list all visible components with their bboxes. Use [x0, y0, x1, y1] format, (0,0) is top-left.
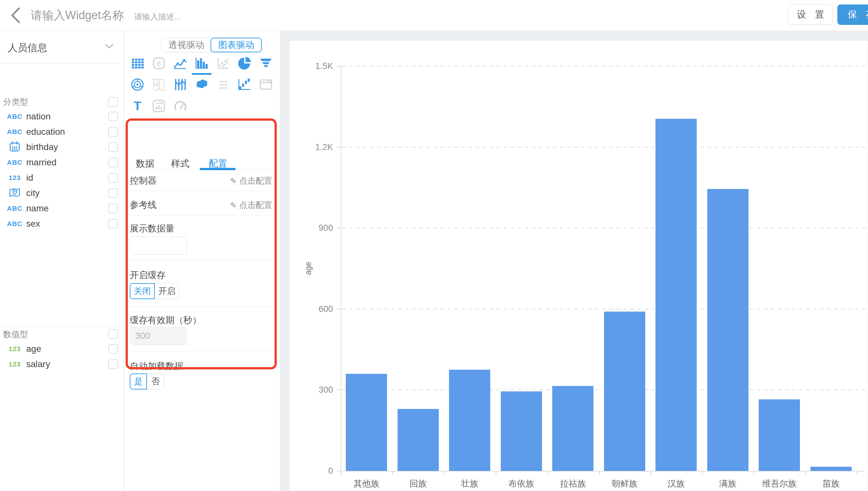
chart-type-scatter-icon[interactable]	[215, 55, 231, 71]
field-name: age	[26, 344, 41, 354]
field-row-sex[interactable]: ABCsex	[0, 216, 124, 231]
field-row-birthday[interactable]: birthday	[0, 140, 124, 155]
chart-type-radar-icon[interactable]	[130, 77, 145, 93]
panel-tabs: 数据样式配置	[124, 126, 280, 170]
group-checkbox[interactable]	[108, 97, 118, 107]
field-name: id	[26, 173, 33, 183]
selected-chart-underline	[192, 73, 212, 75]
field-row-salary[interactable]: 123salary	[0, 356, 124, 372]
x-axis-label: 汉族	[650, 478, 702, 489]
field-checkbox[interactable]	[108, 127, 118, 137]
bar-拉祜族	[552, 386, 594, 471]
y-axis-line	[341, 66, 341, 471]
field-name: name	[26, 203, 49, 213]
cache-toggle: 关闭开启	[130, 283, 180, 299]
chart-type-kpi-number-icon[interactable]: 8	[151, 55, 167, 71]
tab-数据[interactable]: 数据	[136, 156, 154, 171]
toggle-option-否[interactable]: 否	[147, 374, 164, 389]
field-checkbox[interactable]	[108, 359, 118, 369]
chart-type-split-table-icon[interactable]	[151, 77, 167, 93]
x-axis-tick	[496, 471, 496, 475]
field-checkbox[interactable]	[108, 344, 118, 354]
cache-ttl-input[interactable]	[130, 327, 187, 345]
toggle-option-是[interactable]: 是	[130, 374, 147, 389]
svg-text:T: T	[134, 99, 141, 113]
group-checkbox[interactable]	[108, 329, 118, 339]
chart-type-pie-icon[interactable]	[237, 55, 252, 71]
x-axis-line	[341, 471, 865, 471]
field-name: salary	[26, 359, 50, 369]
field-checkbox[interactable]	[108, 219, 118, 229]
chart-type-china-map-icon[interactable]	[194, 77, 210, 93]
chart-type-table-icon[interactable]	[130, 55, 145, 71]
x-axis-label: 朝鲜族	[599, 478, 651, 489]
bar-朝鲜族	[604, 312, 645, 471]
chart-type-funnel-icon[interactable]	[258, 55, 274, 71]
reference-line-configure-link[interactable]: ✎点击配置	[230, 200, 272, 211]
display-count-input[interactable]	[130, 236, 187, 255]
field-row-age[interactable]: 123age	[0, 341, 124, 356]
chart-type-bar-chart-icon[interactable]	[194, 55, 210, 71]
123-blue-icon: 123	[6, 174, 23, 182]
calendar-icon	[6, 141, 23, 153]
pencil-icon: ✎	[230, 201, 237, 209]
field-row-id[interactable]: 123id	[0, 170, 124, 185]
bar-汉族	[655, 119, 697, 471]
drive-mode-switch: 透视驱动 图表驱动	[161, 38, 262, 52]
123-green-icon: 123	[6, 345, 23, 353]
chart-type-waterfall-icon[interactable]	[237, 77, 252, 93]
reference-line-label: 参考线	[130, 199, 157, 211]
field-checkbox[interactable]	[108, 173, 118, 183]
field-row-name[interactable]: ABCname	[0, 201, 124, 216]
widget-description-input[interactable]: 请输入描述...	[134, 11, 181, 22]
bar-回族	[398, 409, 439, 471]
chart-type-text-icon[interactable]: T	[130, 98, 145, 114]
settings-button[interactable]: 设 置	[788, 4, 833, 25]
categorical-group-label: 分类型	[3, 96, 28, 108]
toggle-option-关闭[interactable]: 关闭	[130, 283, 155, 299]
field-row-nation[interactable]: ABCnation	[0, 109, 124, 124]
chart-type-rich-text-icon[interactable]	[151, 98, 167, 114]
chart-type-line-chart-icon[interactable]	[172, 55, 188, 71]
tab-样式[interactable]: 样式	[171, 156, 190, 171]
field-row-education[interactable]: ABCeducation	[0, 124, 124, 140]
chevron-down-icon	[105, 43, 114, 51]
field-group-header: 数值型	[0, 327, 124, 341]
chart-type-gauge-icon[interactable]	[172, 98, 188, 114]
field-sidebar: 人员信息 分类型ABCnationABCeducationbirthdayABC…	[0, 31, 124, 491]
pencil-icon: ✎	[230, 177, 237, 185]
x-axis-tick	[599, 471, 600, 475]
numeric-field-group: 数值型123age123salary	[0, 326, 124, 372]
field-checkbox[interactable]	[108, 189, 118, 198]
field-row-married[interactable]: ABCmarried	[0, 155, 124, 170]
toggle-option-开启[interactable]: 开启	[155, 283, 180, 299]
controller-configure-link[interactable]: ✎点击配置	[230, 175, 272, 186]
top-bar: 请输入Widget名称 请输入描述... 设 置 保 存	[0, 0, 868, 31]
field-checkbox[interactable]	[108, 112, 118, 121]
x-axis-tick	[392, 471, 393, 475]
field-row-city[interactable]: city	[0, 185, 124, 201]
abc-blue-icon: ABC	[6, 220, 23, 228]
chart-type-word-cloud-icon[interactable]: wordcloudagile BI	[215, 77, 231, 93]
field-name: birthday	[26, 142, 58, 152]
x-axis-label: 拉祜族	[547, 478, 599, 489]
chart-drive-tab[interactable]: 图表驱动	[211, 38, 262, 52]
chart-config-panel: 透视驱动 图表驱动 8wordcloudagile BIT 数据样式配置 控制器…	[124, 31, 280, 491]
field-checkbox[interactable]	[108, 142, 118, 152]
field-name: married	[26, 157, 57, 168]
chart-type-iframe-icon[interactable]	[258, 77, 274, 93]
widget-name-input[interactable]: 请输入Widget名称	[31, 8, 124, 23]
cache-label: 开启缓存	[130, 269, 166, 281]
y-axis-label: 0	[295, 466, 333, 476]
abc-blue-icon: ABC	[6, 205, 23, 212]
cache-ttl-row: 缓存有效期（秒）	[124, 307, 280, 351]
pivot-drive-tab[interactable]: 透视驱动	[161, 38, 211, 52]
field-checkbox[interactable]	[108, 204, 118, 213]
autoload-row: 自动加载数据 是否	[124, 351, 280, 400]
chart-type-parallel-icon[interactable]	[172, 77, 188, 93]
field-checkbox[interactable]	[108, 158, 118, 167]
save-button[interactable]: 保 存	[837, 4, 868, 25]
dataset-selector[interactable]: 人员信息	[0, 31, 124, 64]
back-icon[interactable]	[7, 6, 25, 25]
x-axis-tick	[444, 471, 444, 475]
